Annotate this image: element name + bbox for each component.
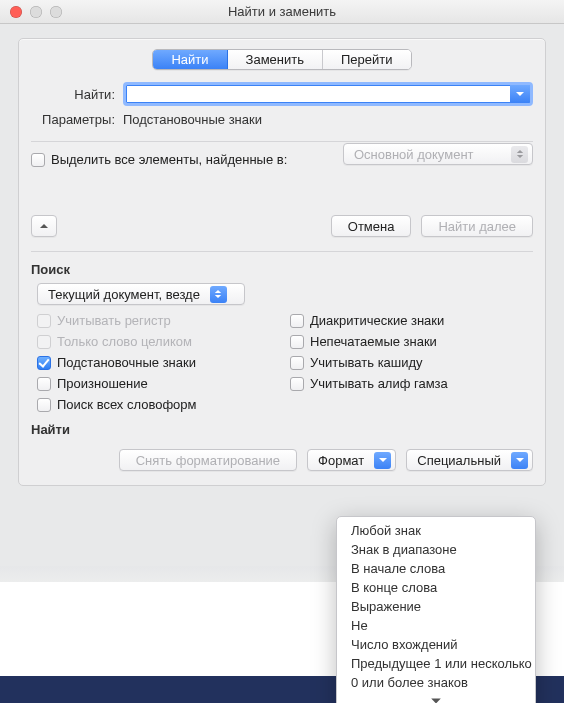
special-menu-item-2[interactable]: В начале слова [337,559,535,578]
option-label: Поиск всех словоформ [57,397,197,412]
highlight-all-checkbox[interactable]: Выделить все элементы, найденные в: [31,152,287,167]
option-label: Подстановочные знаки [57,355,196,370]
special-menu-item-6[interactable]: Число вхождений [337,635,535,654]
cancel-button[interactable]: Отмена [331,215,412,237]
special-menu-item-1[interactable]: Знак в диапазоне [337,540,535,559]
special-menu-item-8[interactable]: 0 или более знаков [337,673,535,692]
titlebar: Найти и заменить [0,0,564,24]
option-label: Только слово целиком [57,334,192,349]
params-value: Подстановочные знаки [123,112,262,127]
checkbox-icon [37,398,51,412]
find-label: Найти: [31,87,123,102]
search-option-left-0: Учитывать регистр [37,313,280,328]
option-label: Диакритические знаки [310,313,444,328]
highlight-scope-value: Основной документ [354,147,484,162]
tab-goto[interactable]: Перейти [323,50,411,69]
option-label: Учитывать регистр [57,313,171,328]
tab-replace[interactable]: Заменить [228,50,323,69]
find-combo[interactable] [123,82,533,106]
search-heading: Поиск [31,262,533,277]
window-title: Найти и заменить [0,4,564,19]
option-label: Произношение [57,376,148,391]
search-option-left-3[interactable]: Произношение [37,376,280,391]
updown-caret-icon [210,286,227,303]
search-option-left-1: Только слово целиком [37,334,280,349]
collapse-button[interactable] [31,215,57,237]
find-section-heading: Найти [31,422,533,437]
checkbox-icon [31,153,45,167]
search-option-left-2[interactable]: Подстановочные знаки [37,355,280,370]
params-label: Параметры: [31,112,123,127]
highlight-scope-dropdown: Основной документ [343,143,533,165]
menu-more-indicator[interactable] [337,692,535,703]
search-option-left-4[interactable]: Поиск всех словоформ [37,397,280,412]
option-label: Непечатаемые знаки [310,334,437,349]
checkbox-icon [290,335,304,349]
clear-formatting-button: Снять форматирование [119,449,297,471]
special-menu-item-3[interactable]: В конце слова [337,578,535,597]
option-label: Учитывать кашиду [310,355,423,370]
checkbox-icon [37,356,51,370]
checkbox-icon [290,314,304,328]
updown-caret-icon [511,146,528,163]
chevron-down-icon [374,452,391,469]
checkbox-icon [290,356,304,370]
find-next-button: Найти далее [421,215,533,237]
special-menu-item-0[interactable]: Любой знак [337,521,535,540]
checkbox-icon [290,377,304,391]
special-menu-item-4[interactable]: Выражение [337,597,535,616]
special-dropdown[interactable]: Специальный [406,449,533,471]
search-option-right-3[interactable]: Учитывать алиф гамза [290,376,533,391]
tab-find[interactable]: Найти [153,50,227,69]
option-label: Учитывать алиф гамза [310,376,448,391]
mode-tabs: Найти Заменить Перейти [152,49,411,70]
highlight-all-label: Выделить все элементы, найденные в: [51,152,287,167]
checkbox-icon [37,377,51,391]
special-menu-item-5[interactable]: Не [337,616,535,635]
find-input[interactable] [126,87,510,102]
checkbox-icon [37,314,51,328]
search-scope-dropdown[interactable]: Текущий документ, везде [37,283,245,305]
find-history-caret[interactable] [510,85,530,103]
search-option-right-1[interactable]: Непечатаемые знаки [290,334,533,349]
checkbox-icon [37,335,51,349]
search-scope-value: Текущий документ, везде [48,287,210,302]
search-option-right-0[interactable]: Диакритические знаки [290,313,533,328]
special-menu[interactable]: Любой знакЗнак в диапазонеВ начале слова… [336,516,536,703]
special-menu-item-7[interactable]: Предыдущее 1 или несколько [337,654,535,673]
chevron-down-icon [511,452,528,469]
search-option-right-2[interactable]: Учитывать кашиду [290,355,533,370]
format-dropdown[interactable]: Формат [307,449,396,471]
